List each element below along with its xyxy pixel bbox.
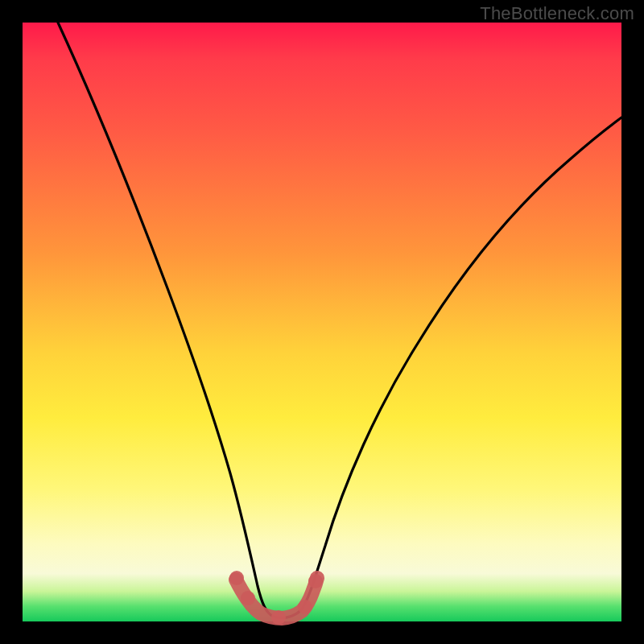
valley-dot-right2: [308, 574, 323, 588]
valley-dot-mid: [271, 610, 286, 625]
bottleneck-curve: [58, 23, 621, 617]
valley-dot-left: [229, 571, 244, 585]
chart-frame: TheBottleneck.com: [0, 0, 644, 644]
attribution-text: TheBottleneck.com: [480, 3, 634, 24]
valley-dot-right: [298, 600, 312, 614]
curve-layer: [23, 23, 621, 621]
plot-area: [23, 23, 621, 621]
valley-dot-left2: [241, 591, 255, 605]
